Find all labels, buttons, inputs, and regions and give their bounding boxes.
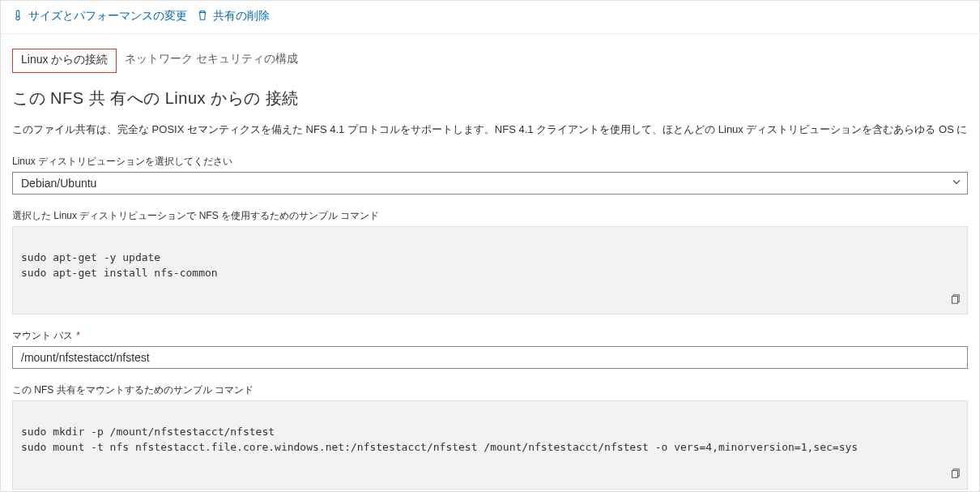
description-text: このファイル共有は、完全な POSIX セマンティクスを備えた NFS 4.1 … (12, 122, 968, 137)
required-indicator: * (76, 330, 80, 341)
install-command-label: 選択した Linux ディストリビューションで NFS を使用するためのサンプル… (12, 209, 968, 223)
copy-icon[interactable] (949, 452, 961, 484)
delete-share-label: 共有の削除 (213, 9, 270, 24)
change-size-button[interactable]: サイズとパフォーマンスの変更 (12, 9, 187, 24)
distro-select-label: Linux ディストリビューションを選択してください (12, 155, 968, 169)
svg-rect-2 (952, 296, 958, 303)
install-command-text: sudo apt-get -y update sudo apt-get inst… (21, 251, 218, 279)
tab-linux-connect[interactable]: Linux からの接続 (12, 49, 117, 73)
tab-network-security[interactable]: ネットワーク セキュリティの構成 (117, 49, 306, 73)
distro-select[interactable]: Debian/Ubuntu (12, 172, 968, 195)
mount-command-label: この NFS 共有をマウントするためのサンプル コマンド (12, 383, 968, 397)
mount-path-input[interactable] (12, 346, 968, 369)
distro-select-wrap: Debian/Ubuntu (12, 172, 968, 195)
svg-rect-3 (952, 470, 958, 477)
thermometer-icon (12, 10, 23, 24)
copy-icon[interactable] (949, 278, 961, 310)
svg-rect-0 (16, 10, 19, 16)
mount-command-box: sudo mkdir -p /mount/nfstestacct/nfstest… (12, 400, 968, 489)
content-area: この NFS 共 有への Linux からの 接続 このファイル共有は、完全な … (1, 73, 979, 492)
tab-bar: Linux からの接続 ネットワーク セキュリティの構成 (1, 34, 979, 73)
install-command-box: sudo apt-get -y update sudo apt-get inst… (12, 226, 968, 314)
delete-share-button[interactable]: 共有の削除 (197, 9, 270, 24)
mount-path-label-text: マウント パス (12, 330, 73, 341)
trash-icon (197, 10, 208, 24)
mount-command-text: sudo mkdir -p /mount/nfstestacct/nfstest… (21, 426, 858, 453)
change-size-label: サイズとパフォーマンスの変更 (28, 9, 187, 24)
command-bar: サイズとパフォーマンスの変更 共有の削除 (1, 1, 979, 34)
page-title: この NFS 共 有への Linux からの 接続 (12, 88, 968, 109)
mount-path-label: マウント パス* (12, 329, 968, 343)
